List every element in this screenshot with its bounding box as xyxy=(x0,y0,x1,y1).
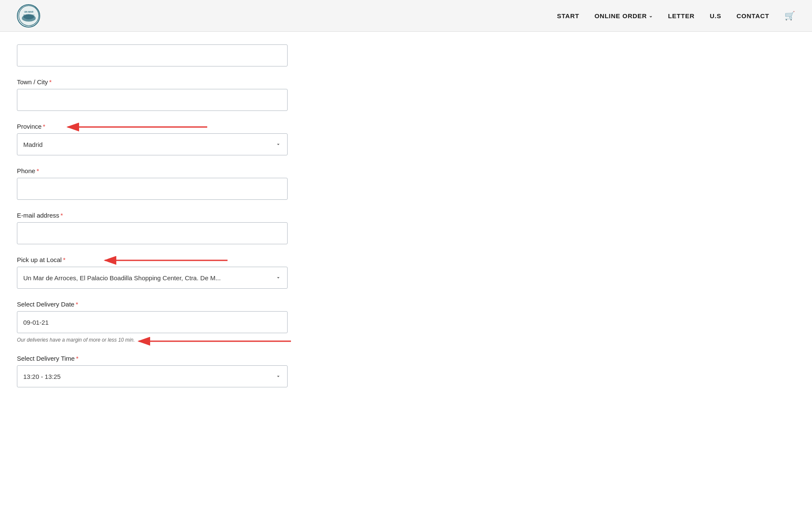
chevron-down-icon: ⌄ xyxy=(649,13,653,19)
delivery-date-group: Select Delivery Date* Our deliveries hav… xyxy=(17,301,288,343)
required-star-date: * xyxy=(76,301,78,308)
cart-icon[interactable]: 🛒 xyxy=(785,11,795,20)
email-group: E-mail address* xyxy=(17,212,288,244)
nav-item-cart[interactable]: 🛒 xyxy=(785,11,795,21)
nav-link-start[interactable]: START xyxy=(557,12,579,19)
town-city-label: Town / City* xyxy=(17,78,288,86)
town-city-group: Town / City* xyxy=(17,78,288,111)
main-content: Town / City* Province* Madrid Barcelona … xyxy=(0,32,304,425)
nav-item-us[interactable]: U.S xyxy=(710,12,721,19)
navbar: UN MAR DE ARROCES START ONLINE ORDER ⌄ L… xyxy=(0,0,812,32)
delivery-date-input[interactable] xyxy=(17,311,288,333)
svg-text:UN MAR: UN MAR xyxy=(24,11,33,13)
nav-item-start[interactable]: START xyxy=(557,12,579,19)
nav-link-contact[interactable]: CONTACT xyxy=(737,12,769,19)
delivery-hint-container: Our deliveries have a margin of more or … xyxy=(17,336,288,343)
hint-arrow-annotation xyxy=(134,337,295,346)
province-label: Province* xyxy=(17,123,288,130)
email-label: E-mail address* xyxy=(17,212,288,219)
delivery-date-label: Select Delivery Date* xyxy=(17,301,288,308)
nav-item-online-order[interactable]: ONLINE ORDER ⌄ xyxy=(595,12,653,19)
required-star-pickup: * xyxy=(63,256,66,263)
email-input[interactable] xyxy=(17,222,288,244)
logo[interactable]: UN MAR DE ARROCES xyxy=(17,4,40,28)
delivery-time-label: Select Delivery Time* xyxy=(17,355,288,362)
nav-item-letter[interactable]: LETTER xyxy=(668,12,694,19)
province-select[interactable]: Madrid Barcelona Valencia Sevilla xyxy=(17,133,288,155)
nav-link-us[interactable]: U.S xyxy=(710,12,721,19)
svg-text:DE ARROCES: DE ARROCES xyxy=(23,14,34,16)
nav-link-online-order[interactable]: ONLINE ORDER ⌄ xyxy=(595,12,653,19)
nav-link-letter[interactable]: LETTER xyxy=(668,12,694,19)
delivery-time-group: Select Delivery Time* 13:20 - 13:25 13:2… xyxy=(17,355,288,387)
nav-item-contact[interactable]: CONTACT xyxy=(737,12,769,19)
required-star-province: * xyxy=(43,123,45,130)
phone-input[interactable] xyxy=(17,178,288,200)
required-star-time: * xyxy=(76,355,79,362)
phone-group: Phone* xyxy=(17,167,288,200)
address-input[interactable] xyxy=(17,44,288,66)
address-group xyxy=(17,44,288,66)
pickup-group: Pick up at Local* Un Mar de Arroces, El … xyxy=(17,256,288,289)
logo-circle: UN MAR DE ARROCES xyxy=(17,4,40,28)
required-star-email: * xyxy=(60,212,63,219)
town-city-input[interactable] xyxy=(17,89,288,111)
required-star-phone: * xyxy=(36,167,39,174)
phone-label: Phone* xyxy=(17,167,288,174)
province-group: Province* Madrid Barcelona Valencia Sevi… xyxy=(17,123,288,155)
pickup-label: Pick up at Local* xyxy=(17,256,288,263)
pickup-select[interactable]: Un Mar de Arroces, El Palacio Boadilla S… xyxy=(17,267,288,289)
delivery-hint-text: Our deliveries have a margin of more or … xyxy=(17,337,135,343)
nav-links: START ONLINE ORDER ⌄ LETTER U.S CONTACT … xyxy=(557,11,795,21)
delivery-time-select[interactable]: 13:20 - 13:25 13:25 - 13:30 13:30 - 13:3… xyxy=(17,365,288,387)
required-star: * xyxy=(49,78,52,86)
